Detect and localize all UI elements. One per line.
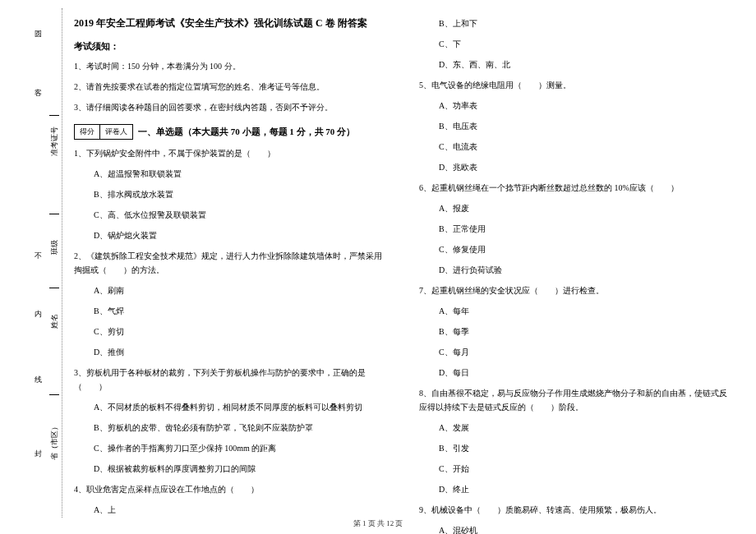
q7-opt-c: C、每月 [419, 345, 731, 359]
q3-opt-b: B、剪板机的皮带、齿轮必须有防护罩，飞轮则不应装防护罩 [74, 421, 386, 435]
q1-stem: 1、下列锅炉安全附件中，不属于保护装置的是（ ） [74, 146, 386, 160]
q2-opt-d: D、推倒 [74, 345, 386, 359]
margin-field-name: 姓名 [49, 314, 60, 329]
q1-opt-a: A、超温报警和联锁装置 [74, 167, 386, 181]
q6-opt-c: C、修复使用 [419, 242, 731, 256]
q3-stem: 3、剪板机用于各种板材的裁剪，下列关于剪板机操作与防护的要求中，正确的是（ ） [74, 366, 386, 394]
q5-opt-c: C、电流表 [419, 140, 731, 154]
content-columns: 2019 年安全工程师考试《安全生产技术》强化训练试题 C 卷 附答案 考试须知… [74, 16, 731, 509]
margin-underline-2 [49, 214, 59, 214]
q1-opt-d: D、锅炉熄火装置 [74, 228, 386, 242]
q8-opt-a: A、发展 [419, 421, 731, 435]
q1-opt-c: C、高、低水位报警及联锁装置 [74, 208, 386, 222]
margin-underline-4 [49, 394, 59, 395]
q2-opt-c: C、剪切 [74, 325, 386, 338]
q8-opt-b: B、引发 [419, 441, 731, 455]
score-box: 得分 评卷人 [74, 124, 133, 140]
page-footer: 第 1 页 共 12 页 [0, 518, 756, 529]
notice-header: 考试须知： [74, 40, 386, 53]
q3-opt-d: D、根据被裁剪板料的厚度调整剪刀口的间隙 [74, 462, 386, 476]
margin-field-province: 省（市区） [49, 423, 60, 460]
q3-opt-a: A、不同材质的板料不得叠料剪切，相同材质不同厚度的板料可以叠料剪切 [74, 400, 386, 414]
q4-opt-d: D、东、西、南、北 [419, 58, 731, 71]
q4-opt-c: C、下 [419, 37, 731, 51]
dotted-vertical-line [62, 8, 62, 518]
q6-opt-d: D、进行负荷试验 [419, 263, 731, 277]
q2-opt-a: A、刷南 [74, 283, 386, 297]
q5-opt-d: D、兆欧表 [419, 160, 731, 174]
q7-opt-d: D、每日 [419, 366, 731, 380]
score-cell-reviewer: 评卷人 [100, 125, 132, 139]
q4-opt-a: A、上 [74, 503, 386, 517]
margin-underline-1 [49, 115, 59, 116]
q5-opt-b: B、电压表 [419, 119, 731, 133]
q8-stem: 8、自由基很不稳定，易与反应物分子作用生成燃烧产物分子和新的自由基，使链式反应得… [419, 386, 731, 414]
q3-opt-c: C、操作者的手指离剪刀口至少保持 100mm 的距离 [74, 441, 386, 455]
q5-opt-a: A、功率表 [419, 99, 731, 113]
q5-stem: 5、电气设备的绝缘电阻用（ ）测量。 [419, 78, 731, 92]
q6-opt-b: B、正常使用 [419, 222, 731, 236]
section-title: 一、单选题（本大题共 70 小题，每题 1 分，共 70 分） [138, 126, 355, 138]
score-cell-score: 得分 [75, 125, 100, 139]
q6-stem: 6、起重机钢丝绳在一个捻节距内断丝数超过总丝数的 10%应该（ ） [419, 181, 731, 195]
q9-stem: 9、机械设备中（ ）质脆易碎、转速高、使用频繁，极易伤人。 [419, 503, 731, 517]
margin-field-class: 班级 [49, 240, 60, 255]
q7-opt-b: B、每季 [419, 325, 731, 338]
margin-field-exam-id: 准考证号 [49, 127, 60, 156]
exam-title: 2019 年安全工程师考试《安全生产技术》强化训练试题 C 卷 附答案 [74, 16, 386, 30]
q8-opt-d: D、终止 [419, 482, 731, 496]
q4-stem: 4、职业危害定点采样点应设在工作地点的（ ） [74, 482, 386, 496]
q2-opt-b: B、气焊 [74, 304, 386, 318]
notice-2: 2、请首先按要求在试卷的指定位置填写您的姓名、准考证号等信息。 [74, 80, 386, 94]
notice-3: 3、请仔细阅读各种题目的回答要求，在密封线内答题，否则不予评分。 [74, 100, 386, 114]
margin-underline-3 [49, 288, 59, 288]
q6-opt-a: A、报废 [419, 201, 731, 215]
q7-opt-a: A、每年 [419, 304, 731, 318]
q8-opt-c: C、开始 [419, 462, 731, 476]
right-column: B、上和下 C、下 D、东、西、南、北 5、电气设备的绝缘电阻用（ ）测量。 A… [419, 16, 731, 509]
q7-stem: 7、起重机钢丝绳的安全状况应（ ）进行检查。 [419, 283, 731, 297]
score-section-row: 得分 评卷人 一、单选题（本大题共 70 小题，每题 1 分，共 70 分） [74, 124, 386, 140]
q2-stem: 2、《建筑拆除工程安全技术规范》规定，进行人力作业拆除除建筑墙体时，严禁采用掏掘… [74, 249, 386, 277]
binding-margin: 圆 客 不 内 线 封 准考证号 班级 姓名 省（市区） [25, 0, 66, 534]
notice-1: 1、考试时间：150 分钟，本卷满分为 100 分。 [74, 59, 386, 73]
left-column: 2019 年安全工程师考试《安全生产技术》强化训练试题 C 卷 附答案 考试须知… [74, 16, 386, 509]
q1-opt-b: B、排水阀或放水装置 [74, 187, 386, 201]
q4-opt-b: B、上和下 [419, 16, 731, 30]
